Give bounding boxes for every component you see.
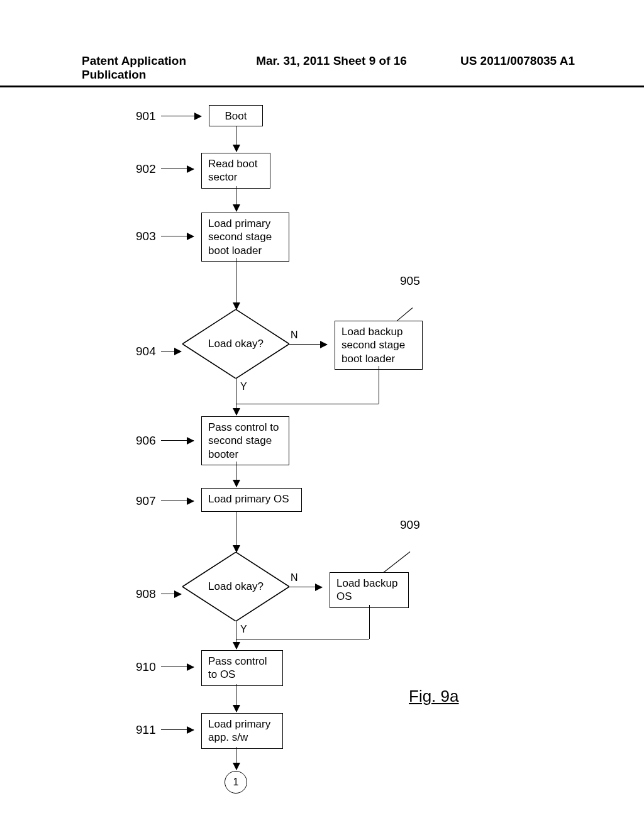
- ref-arrow-902: [161, 169, 194, 169]
- edge-909-merge-v: [369, 605, 370, 639]
- figure-label: Fig. 9a: [409, 687, 459, 706]
- node-read-boot-sector: Read bootsector: [201, 153, 270, 189]
- edge-label-y-2: Y: [240, 624, 247, 635]
- ref-903: 903: [136, 230, 156, 243]
- ref-arrow-907: [161, 501, 194, 501]
- diagram-canvas: 901 Boot 902 Read bootsector 903 Load pr…: [0, 0, 644, 830]
- edge-910-911: [236, 684, 236, 712]
- offpage-connector-1: 1: [225, 771, 247, 794]
- edge-904-906: [236, 379, 236, 415]
- ref-901: 901: [136, 109, 156, 123]
- edge-906-907: [236, 462, 236, 487]
- ref-arrow-908: [161, 594, 181, 594]
- node-load-primary-app: Load primaryapp. s/w: [201, 713, 283, 749]
- decision-load-okay-2: Load okay?: [182, 552, 289, 621]
- ref-907: 907: [136, 494, 156, 508]
- ref-904: 904: [136, 345, 156, 358]
- node-pass-control-ssb: Pass control tosecond stagebooter: [201, 416, 289, 465]
- edge-908-909: [289, 587, 322, 587]
- edge-902-903: [236, 186, 236, 211]
- edge-904-905: [289, 344, 327, 345]
- ref-906: 906: [136, 434, 156, 448]
- ref-arrow-906: [161, 440, 194, 441]
- node-load-primary-os: Load primary OS: [201, 488, 302, 512]
- node-load-backup-ssbl: Load backupsecond stageboot loader: [335, 321, 423, 370]
- decision-label-2: Load okay?: [182, 552, 289, 621]
- decision-label-1: Load okay?: [182, 309, 289, 379]
- ref-arrow-910: [161, 667, 194, 667]
- ref-911: 911: [136, 723, 156, 737]
- edge-label-n-2: N: [291, 572, 298, 584]
- edge-903-904: [236, 258, 236, 309]
- edge-901-902: [236, 126, 236, 152]
- edge-908-910: [236, 621, 236, 649]
- edge-label-n-1: N: [291, 329, 298, 341]
- ref-910: 910: [136, 660, 156, 674]
- edge-911-c1: [236, 747, 236, 770]
- edge-905-merge-h: [236, 404, 379, 404]
- ref-908: 908: [136, 587, 156, 601]
- ref-arrow-903: [161, 236, 194, 236]
- edge-905-merge-v: [379, 366, 379, 404]
- ref-arrow-911: [161, 729, 194, 730]
- edge-label-y-1: Y: [240, 381, 247, 392]
- ref-909: 909: [400, 518, 420, 532]
- node-pass-control-os: Pass controlto OS: [201, 650, 283, 686]
- ref-905: 905: [400, 274, 420, 288]
- node-load-backup-os: Load backupOS: [330, 572, 409, 608]
- node-boot: Boot: [209, 105, 263, 126]
- edge-907-908: [236, 512, 236, 552]
- ref-arrow-904: [161, 351, 181, 351]
- decision-load-okay-1: Load okay?: [182, 309, 289, 379]
- ref-902: 902: [136, 162, 156, 176]
- node-load-primary-ssbl: Load primarysecond stageboot loader: [201, 213, 289, 262]
- edge-909-merge-h: [236, 639, 369, 639]
- ref-arrow-901: [161, 116, 201, 116]
- page: Patent Application Publication Mar. 31, …: [0, 0, 644, 830]
